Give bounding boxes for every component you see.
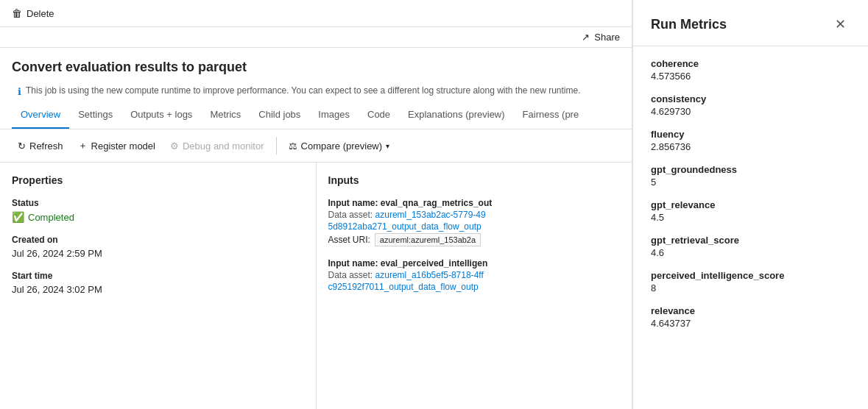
metric-value: 4.629730: [651, 106, 850, 117]
debug-icon: ⚙: [170, 141, 179, 152]
run-metrics-panel: Run Metrics ✕ coherence4.573566consisten…: [632, 0, 868, 409]
delete-label: Delete: [27, 8, 54, 19]
metric-item: coherence4.573566: [651, 58, 850, 82]
input-data-asset-row-2: Data asset: azureml_a16b5ef5-8718-4ff: [328, 270, 621, 280]
metric-value: 4.643737: [651, 318, 850, 329]
created-on-prop: Created on Jul 26, 2024 2:59 PM: [12, 235, 304, 259]
tab-settings[interactable]: Settings: [69, 102, 121, 129]
input-data-asset-row-1b: 5d8912aba271_output_data_flow_outp: [328, 221, 621, 232]
created-on-value: Jul 26, 2024 2:59 PM: [12, 248, 304, 259]
info-icon: ℹ: [18, 86, 21, 97]
toolbar: ↻ Refresh ＋ Register model ⚙ Debug and m…: [0, 129, 632, 163]
tab-child-jobs[interactable]: Child jobs: [250, 102, 309, 129]
toolbar-divider: [276, 137, 277, 154]
asset-uri-label-1: Asset URI:: [328, 235, 370, 245]
debug-monitor-button[interactable]: ⚙ Debug and monitor: [164, 137, 270, 155]
input-name-2: Input name: eval_perceived_intelligen: [328, 258, 621, 268]
asset-uri-row-1: Asset URI: azureml:azureml_153ab2a: [328, 233, 621, 246]
metric-item: perceived_intelligence_score8: [651, 270, 850, 294]
register-model-label: Register model: [91, 141, 155, 152]
start-time-label: Start time: [12, 271, 304, 281]
delete-button[interactable]: 🗑 Delete: [12, 7, 54, 19]
info-banner: ℹ This job is using the new compute runt…: [12, 81, 620, 102]
metric-value: 4.573566: [651, 71, 850, 82]
inputs-title: Inputs: [328, 174, 621, 186]
asset-uri-value-1: azureml:azureml_153ab2a: [375, 233, 481, 246]
share-button[interactable]: ↗ Share: [582, 32, 620, 43]
tab-outputs-logs[interactable]: Outputs + logs: [121, 102, 201, 129]
info-text: This job is using the new compute runtim…: [26, 85, 581, 96]
refresh-icon: ↻: [18, 141, 26, 152]
metric-name: gpt_relevance: [651, 199, 850, 210]
properties-title: Properties: [12, 174, 304, 186]
data-asset-link-1b[interactable]: 5d8912aba271_output_data_flow_outp: [328, 221, 481, 232]
data-asset-label-2: Data asset:: [328, 270, 373, 280]
tab-overview[interactable]: Overview: [12, 102, 69, 129]
share-icon: ↗: [582, 32, 590, 43]
metric-name: gpt_retrieval_score: [651, 235, 850, 246]
start-time-value: Jul 26, 2024 3:02 PM: [12, 284, 304, 295]
metric-item: gpt_relevance4.5: [651, 199, 850, 223]
compare-icon: ⚖: [289, 141, 297, 152]
run-metrics-title: Run Metrics: [651, 17, 727, 32]
metrics-list: coherence4.573566consistency4.629730flue…: [633, 46, 868, 409]
input-item-1: Input name: eval_qna_rag_metrics_out Dat…: [328, 198, 621, 246]
metric-name: perceived_intelligence_score: [651, 270, 850, 281]
tab-fairness[interactable]: Fairness (pre: [514, 102, 588, 129]
compare-button[interactable]: ⚖ Compare (preview) ▾: [283, 137, 396, 155]
metric-name: fluency: [651, 129, 850, 140]
metric-item: gpt_retrieval_score4.6: [651, 235, 850, 258]
debug-monitor-label: Debug and monitor: [183, 141, 264, 152]
run-metrics-header: Run Metrics ✕: [633, 0, 868, 46]
data-asset-link-1[interactable]: azureml_153ab2ac-5779-49: [375, 210, 486, 220]
close-run-metrics-button[interactable]: ✕: [830, 15, 850, 34]
data-asset-link-2[interactable]: azureml_a16b5ef5-8718-4ff: [375, 270, 484, 280]
compare-label: Compare (preview): [301, 141, 383, 152]
data-asset-label-1: Data asset:: [328, 210, 373, 220]
metric-name: gpt_groundedness: [651, 164, 850, 175]
share-label: Share: [594, 32, 620, 43]
metric-value: 4.5: [651, 212, 850, 223]
tabs-bar: Overview Settings Outputs + logs Metrics…: [0, 102, 632, 129]
metric-name: coherence: [651, 58, 850, 69]
inputs-panel: Inputs Input name: eval_qna_rag_metrics_…: [317, 163, 632, 409]
status-prop: Status ✅ Completed: [12, 198, 304, 223]
page-title: Convert evaluation results to parquet: [12, 60, 620, 75]
metric-name: consistency: [651, 93, 850, 104]
metric-value: 5: [651, 177, 850, 188]
tab-explanations[interactable]: Explanations (preview): [399, 102, 514, 129]
tab-code[interactable]: Code: [359, 102, 399, 129]
input-item-2: Input name: eval_perceived_intelligen Da…: [328, 258, 621, 292]
metric-value: 4.6: [651, 247, 850, 258]
data-asset-link-2b[interactable]: c925192f7011_output_data_flow_outp: [328, 282, 479, 292]
refresh-label: Refresh: [29, 141, 63, 152]
input-data-asset-row-2b: c925192f7011_output_data_flow_outp: [328, 282, 621, 292]
register-model-button[interactable]: ＋ Register model: [72, 135, 161, 156]
properties-panel: Properties Status ✅ Completed Created on…: [0, 163, 317, 409]
refresh-button[interactable]: ↻ Refresh: [12, 137, 69, 155]
status-completed-icon: ✅: [12, 211, 24, 223]
input-data-asset-row-1: Data asset: azureml_153ab2ac-5779-49: [328, 210, 621, 220]
delete-icon: 🗑: [12, 7, 22, 19]
input-name-1: Input name: eval_qna_rag_metrics_out: [328, 198, 621, 208]
status-value: ✅ Completed: [12, 211, 304, 223]
metric-name: relevance: [651, 305, 850, 316]
compare-chevron-icon: ▾: [386, 142, 389, 150]
metric-item: relevance4.643737: [651, 305, 850, 329]
created-on-label: Created on: [12, 235, 304, 245]
metric-item: fluency2.856736: [651, 129, 850, 152]
metric-value: 2.856736: [651, 141, 850, 152]
tab-images[interactable]: Images: [309, 102, 359, 129]
metric-item: consistency4.629730: [651, 93, 850, 117]
tab-metrics[interactable]: Metrics: [201, 102, 250, 129]
start-time-prop: Start time Jul 26, 2024 3:02 PM: [12, 271, 304, 295]
status-label: Status: [12, 198, 304, 208]
add-icon: ＋: [78, 139, 88, 152]
metric-item: gpt_groundedness5: [651, 164, 850, 188]
metric-value: 8: [651, 282, 850, 294]
